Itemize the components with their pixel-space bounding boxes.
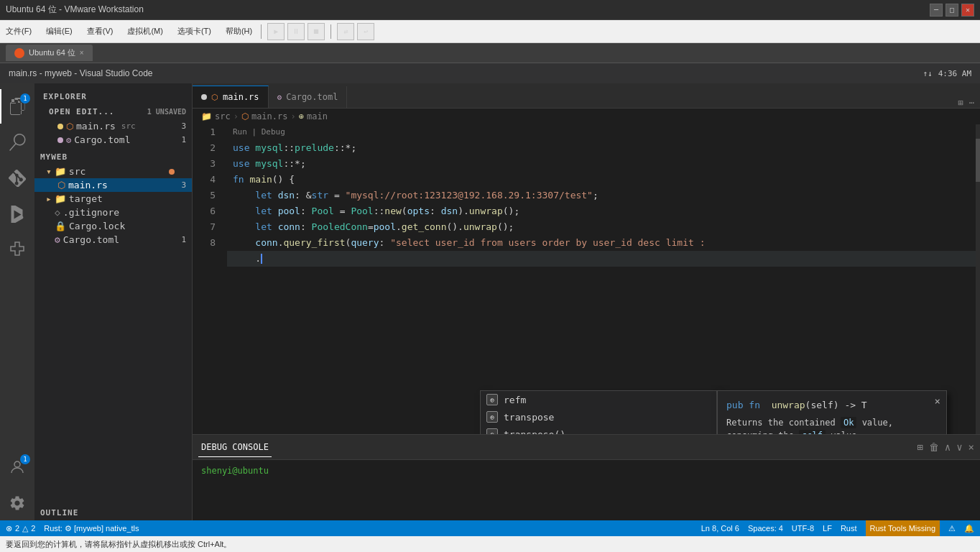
autocomplete-label-transpose-call: transpose() — [504, 429, 565, 435]
autocomplete-icon-refm: ⊕ — [486, 394, 498, 405]
folder-src-label: src — [69, 166, 85, 177]
autocomplete-item-transpose[interactable]: ⊕ transpose — [481, 408, 716, 426]
panel-close-button[interactable]: × — [969, 441, 974, 453]
explorer-badge: 1 — [20, 93, 30, 104]
autocomplete-item-transpose-call[interactable]: ⊕ transpose() — [481, 426, 716, 434]
menu-view[interactable]: 查看(V) — [84, 24, 116, 38]
ubuntu-tab-close[interactable]: × — [80, 49, 84, 57]
tab-cargo-toml[interactable]: ⚙ Cargo.toml — [269, 86, 348, 108]
activity-bar: 1 1 — [0, 83, 34, 520]
code-line-8: . — [227, 251, 980, 267]
panel-split-button[interactable]: ⊞ — [917, 441, 923, 453]
bell-icon[interactable]: 🔔 — [964, 524, 974, 533]
vm-btn-3[interactable]: ⏹ — [308, 23, 325, 40]
minimap[interactable] — [976, 124, 980, 434]
menu-vm[interactable]: 虚拟机(M) — [124, 24, 166, 38]
explorer-label: EXPLORER — [43, 92, 87, 101]
rust-file-icon: ⬡ — [66, 121, 73, 132]
file-cargo-lock[interactable]: 🔒 Cargo.lock — [34, 219, 192, 233]
activity-search[interactable] — [0, 125, 34, 160]
menu-edit[interactable]: 编辑(E) — [43, 24, 75, 38]
docs-close-button[interactable]: × — [935, 395, 940, 407]
panel-tabs: DEBUG CONSOLE ⊞ 🗑 ∧ ∨ × — [193, 435, 980, 460]
activity-explorer[interactable]: 1 — [0, 89, 34, 124]
config-dot — [57, 137, 63, 143]
window-controls[interactable]: ─ □ ✕ — [930, 4, 974, 17]
folder-src[interactable]: ▾ 📁 src — [34, 165, 192, 178]
gitignore-label: .gitignore — [63, 207, 119, 218]
panel-prompt: shenyi@ubuntu — [201, 466, 269, 476]
panel-tab-debug-console[interactable]: DEBUG CONSOLE — [198, 438, 272, 457]
run-debug-bar: Run | Debug — [227, 124, 980, 140]
panel-up-button[interactable]: ∧ — [945, 441, 951, 453]
panel-down-button[interactable]: ∨ — [956, 441, 962, 453]
run-debug-text[interactable]: Run | Debug — [233, 124, 285, 140]
vscode-header-right: ↑↓ 4:36 AM — [923, 69, 971, 78]
myweb-label: MYWEB — [40, 152, 68, 162]
window-title: Ubuntu 64 位 - VMware Workstation — [6, 4, 144, 16]
autocomplete-dropdown[interactable]: ⊕ refm ⊕ transpose ⊕ transpose() ⊕ unwra… — [480, 390, 717, 434]
outline-label: OUTLINE — [40, 508, 78, 518]
breadcrumb-fn: main — [307, 111, 328, 121]
activity-extensions[interactable] — [0, 233, 34, 267]
docs-popup: × pub fn unwrap(self) -> T Returns the c… — [717, 390, 947, 434]
breadcrumb-file-icon: ⬡ — [241, 111, 249, 121]
breadcrumb-src-icon: 📁 — [201, 111, 212, 121]
menu-tab[interactable]: 选项卡(T) — [175, 24, 214, 38]
autocomplete-label-refm: refm — [504, 395, 526, 405]
vm-btn-1[interactable]: ▶ — [267, 23, 285, 40]
language[interactable]: Rust — [841, 524, 857, 533]
breadcrumb: 📁 src › ⬡ main.rs › ⊕ main — [193, 109, 980, 124]
line-ending[interactable]: LF — [823, 524, 832, 533]
tab-main-rs-label: main.rs — [223, 92, 259, 102]
menu-file[interactable]: 文件(F) — [3, 24, 34, 38]
vm-btn-4[interactable]: ⇄ — [337, 23, 354, 40]
file-main-rs[interactable]: ⬡ main.rs src 3 — [34, 119, 192, 133]
ubuntu-tab[interactable]: Ubuntu 64 位 × — [6, 45, 93, 61]
autocomplete-item-refm[interactable]: ⊕ refm — [481, 391, 716, 408]
vscode-title: main.rs - myweb - Visual Studio Code — [9, 68, 153, 78]
spaces[interactable]: Spaces: 4 — [748, 524, 783, 533]
split-editor-button[interactable]: ⊞ — [958, 98, 963, 108]
activity-account[interactable]: 1 — [0, 450, 34, 484]
breadcrumb-sep-2: › — [291, 111, 296, 121]
folder-target[interactable]: ▸ 📁 target — [34, 192, 192, 206]
tab-main-rs[interactable]: ⬡ main.rs — [193, 86, 269, 108]
rust-tools-missing[interactable]: Rust Tools Missing — [866, 520, 940, 536]
alert-icon[interactable]: ⚠ — [948, 524, 956, 533]
minimize-button[interactable]: ─ — [930, 4, 943, 17]
activity-run[interactable] — [0, 197, 34, 231]
explorer-header[interactable]: EXPLORER — [34, 89, 192, 104]
file-main-rs-tree[interactable]: ⬡ main.rs 3 — [34, 178, 192, 192]
toml-file-icon: ⚙ — [66, 135, 71, 145]
outline-header[interactable]: OUTLINE — [34, 505, 192, 520]
main-rs-tree-icon: ⬡ — [57, 180, 65, 190]
status-errors[interactable]: ⊗ 2 △ 2 — [6, 524, 35, 533]
file-gitignore[interactable]: ◇ .gitignore — [34, 206, 192, 219]
panel-trash-button[interactable]: 🗑 — [929, 441, 939, 453]
close-button[interactable]: ✕ — [961, 4, 974, 17]
line-num-5: 5 — [193, 188, 221, 203]
code-editor[interactable]: 1 2 3 4 5 6 7 8 Run | Debug use mysql::p… — [193, 124, 980, 434]
error-count: 2 — [15, 524, 19, 533]
maximize-button[interactable]: □ — [946, 4, 958, 17]
minimap-thumb[interactable] — [976, 139, 980, 182]
file-cargo-toml-tree[interactable]: ⚙ Cargo.toml 1 — [34, 233, 192, 247]
target-label: target — [69, 193, 103, 204]
activity-settings[interactable] — [0, 486, 34, 520]
vm-btn-2[interactable]: ⏸ — [287, 23, 305, 40]
warning-icon: △ — [22, 524, 28, 533]
file-cargo-toml[interactable]: ⚙ Cargo.toml 1 — [34, 133, 192, 147]
myweb-header[interactable]: MYWEB — [34, 147, 192, 165]
open-editors-header[interactable]: OPEN EDIT... 1 UNSAVED — [34, 104, 192, 119]
encoding[interactable]: UTF-8 — [792, 524, 814, 533]
menu-help[interactable]: 帮助(H) — [223, 24, 255, 38]
code-content: Run | Debug use mysql::prelude::*; use m… — [227, 124, 980, 434]
activity-git[interactable] — [0, 161, 34, 196]
breadcrumb-sep-1: › — [234, 111, 239, 121]
rust-info[interactable]: Rust: ⚙ [myweb] native_tls — [44, 524, 139, 533]
rust-tools-missing-label: Rust Tools Missing — [870, 524, 936, 533]
more-actions-button[interactable]: ⋯ — [969, 98, 974, 108]
vm-btn-5[interactable]: ↩ — [357, 23, 374, 40]
ln-col[interactable]: Ln 8, Col 6 — [701, 524, 739, 533]
